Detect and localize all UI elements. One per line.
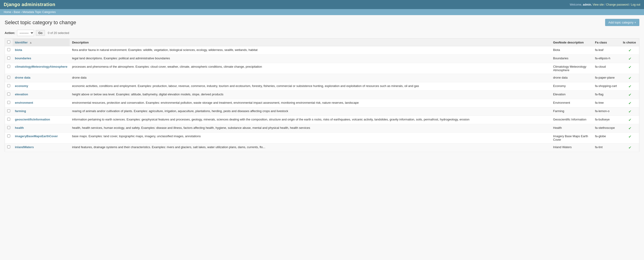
row-checkbox[interactable] — [7, 118, 10, 121]
row-identifier: elevation — [12, 91, 70, 99]
table-row: drone data drone data drone data fa-pape… — [5, 74, 639, 82]
check-icon: ✔ — [628, 109, 632, 114]
view-site-link[interactable]: View site — [592, 3, 604, 6]
row-is-choice: ✔ — [621, 46, 639, 55]
action-bar: Action: --------- Go 0 of 20 selected — [5, 30, 639, 36]
row-geonode: Geoscientific Information — [551, 116, 593, 124]
row-fa-class: fa-cloud — [593, 63, 621, 74]
add-topic-category-button[interactable]: Add topic category + — [605, 19, 639, 26]
action-go-button[interactable]: Go — [36, 30, 45, 36]
username: admin. — [583, 3, 592, 6]
row-description: legal land descriptions. Examples: polit… — [70, 55, 551, 63]
fa-class-column-header: Fa class — [593, 39, 621, 46]
identifier-link[interactable]: elevation — [15, 93, 28, 96]
row-checkbox[interactable] — [7, 101, 10, 104]
check-icon: ✔ — [628, 101, 632, 105]
row-identifier: inlandWaters — [12, 144, 70, 152]
row-checkbox[interactable] — [7, 48, 10, 51]
table-row: environment environmental resources, pro… — [5, 99, 639, 107]
row-identifier: health — [12, 124, 70, 133]
results-table: Identifier ▲ Description GeoNode descrip… — [5, 38, 639, 152]
row-is-choice: ✔ — [621, 91, 639, 99]
table-row: geoscientificInformation information per… — [5, 116, 639, 124]
row-checkbox-cell — [5, 116, 13, 124]
identifier-link[interactable]: imageryBaseMapsEarthCover — [15, 134, 58, 138]
table-row: climatologyMeteorologyAtmosphere process… — [5, 63, 639, 74]
identifier-sort-link[interactable]: Identifier ▲ — [15, 41, 32, 44]
check-icon: ✔ — [628, 118, 632, 122]
row-checkbox-cell — [5, 107, 13, 116]
row-fa-class: fa-flag — [593, 91, 621, 99]
change-password-link[interactable]: Change password — [606, 3, 629, 6]
identifier-link[interactable]: farming — [15, 109, 26, 113]
identifier-link[interactable]: boundaries — [15, 56, 31, 60]
row-fa-class: fa-bullseye — [593, 116, 621, 124]
check-icon: ✔ — [628, 56, 632, 61]
row-geonode: Boundaries — [551, 55, 593, 63]
identifier-link[interactable]: environment — [15, 101, 33, 104]
table-row: imageryBaseMapsEarthCover base maps. Exa… — [5, 133, 639, 144]
breadcrumb-base-link[interactable]: Base — [14, 10, 20, 14]
table-row: farming rearing of animals and/or cultiv… — [5, 107, 639, 116]
row-is-choice: ✔ — [621, 99, 639, 107]
select-all-checkbox[interactable] — [7, 40, 10, 43]
identifier-link[interactable]: climatologyMeteorologyAtmosphere — [15, 65, 67, 68]
table-row: health health, health services, human ec… — [5, 124, 639, 133]
row-geonode: drone data — [551, 74, 593, 82]
table-row: elevation height above or below sea leve… — [5, 91, 639, 99]
breadcrumb-current: Metadata Topic Categories — [22, 10, 56, 14]
row-is-choice: ✔ — [621, 74, 639, 82]
table-row: economy economic activities, conditions … — [5, 82, 639, 91]
row-description: information pertaining to earth sciences… — [70, 116, 551, 124]
row-description: economic activities, conditions and empl… — [70, 82, 551, 91]
row-identifier: boundaries — [12, 55, 70, 63]
table-row: boundaries legal land descriptions. Exam… — [5, 55, 639, 63]
page-title-row: Select topic category to change Add topi… — [5, 19, 639, 26]
row-checkbox[interactable] — [7, 84, 10, 87]
row-checkbox[interactable] — [7, 93, 10, 96]
identifier-link[interactable]: geoscientificInformation — [15, 118, 50, 121]
check-icon: ✔ — [628, 126, 632, 130]
row-fa-class: fa-stethoscope — [593, 124, 621, 133]
content-area: Select topic category to change Add topi… — [0, 15, 644, 156]
row-geonode: Imagery Base Maps Earth Cover — [551, 133, 593, 144]
row-checkbox-cell — [5, 91, 13, 99]
row-checkbox[interactable] — [7, 76, 10, 79]
action-select[interactable]: --------- — [17, 30, 34, 36]
user-tools: Welcome, admin. View site / Change passw… — [570, 3, 640, 6]
row-checkbox[interactable] — [7, 65, 10, 68]
identifier-link[interactable]: inlandWaters — [15, 145, 34, 149]
select-all-header — [5, 39, 13, 46]
row-description: height above or below sea level. Example… — [70, 91, 551, 99]
row-is-choice: ✔ — [621, 55, 639, 63]
row-geonode: Health — [551, 124, 593, 133]
row-checkbox[interactable] — [7, 134, 10, 137]
check-icon: ✔ — [628, 145, 632, 150]
row-description: inland features, drainage systems and th… — [70, 144, 551, 152]
row-checkbox[interactable] — [7, 109, 10, 112]
site-title: Django administration — [4, 2, 56, 7]
row-fa-class: fa-paper-plane — [593, 74, 621, 82]
identifier-link[interactable]: biota — [15, 48, 22, 52]
geonode-column-header: GeoNode description — [551, 39, 593, 46]
description-column-header: Description — [70, 39, 551, 46]
identifier-link[interactable]: health — [15, 126, 24, 130]
breadcrumb-home-link[interactable]: Home — [4, 10, 11, 14]
row-is-choice: ✔ — [621, 107, 639, 116]
row-checkbox[interactable] — [7, 56, 10, 59]
identifier-link[interactable]: drone data — [15, 76, 30, 79]
row-checkbox[interactable] — [7, 126, 10, 129]
identifier-link[interactable]: economy — [15, 84, 28, 88]
is-choice-column-header: Is choice — [621, 39, 639, 46]
action-label: Action: — [5, 31, 15, 35]
check-icon: ✔ — [628, 93, 632, 97]
log-out-link[interactable]: Log out — [631, 3, 640, 6]
row-checkbox-cell — [5, 63, 13, 74]
row-fa-class: fa-leaf — [593, 46, 621, 55]
row-checkbox[interactable] — [7, 145, 10, 148]
identifier-column-header[interactable]: Identifier ▲ — [12, 39, 70, 46]
row-checkbox-cell — [5, 82, 13, 91]
row-checkbox-cell — [5, 144, 13, 152]
site-header: Django administration Welcome, admin. Vi… — [0, 0, 644, 9]
row-geonode: Inland Waters — [551, 144, 593, 152]
